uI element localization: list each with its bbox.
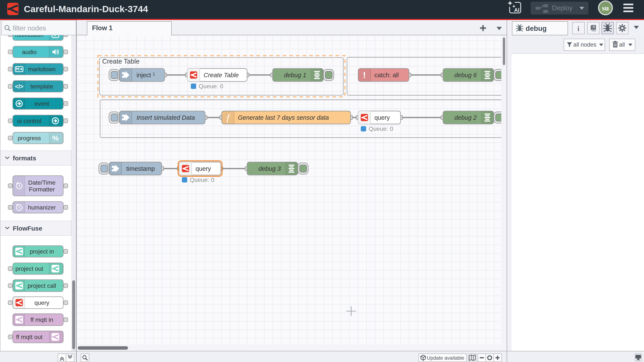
svg-text:debug 3: debug 3 [258, 165, 281, 172]
svg-text:Queue: 0: Queue: 0 [199, 83, 223, 90]
svg-text:Date/Time: Date/Time [28, 179, 55, 186]
svg-text:Queue: 0: Queue: 0 [190, 177, 214, 183]
svg-text:query: query [34, 300, 49, 306]
svg-text:template: template [30, 83, 53, 90]
svg-text:project in: project in [30, 248, 54, 255]
svg-text:filter nodes: filter nodes [13, 24, 46, 32]
svg-text:!: ! [363, 70, 366, 80]
svg-text:project out: project out [15, 265, 43, 272]
svg-text:catch: all: catch: all [374, 72, 399, 78]
svg-text:Generate last 7 days sensor da: Generate last 7 days sensor data [238, 114, 329, 121]
svg-text:AI: AI [514, 7, 520, 13]
svg-text:debug 6: debug 6 [454, 72, 477, 78]
svg-text:Careful-Mandarin-Duck-3744: Careful-Mandarin-Duck-3744 [24, 4, 148, 14]
svg-text:audio: audio [22, 49, 37, 55]
svg-text:ff mqtt out: ff mqtt out [16, 334, 42, 340]
svg-text:debug: debug [526, 24, 547, 32]
svg-text:project call: project call [28, 282, 56, 289]
svg-text:humanizer: humanizer [28, 204, 56, 211]
svg-text:progress: progress [18, 135, 41, 142]
svg-text:debug 2: debug 2 [454, 114, 477, 121]
svg-text:ui control: ui control [17, 118, 42, 124]
svg-text:timestamp: timestamp [126, 165, 155, 172]
svg-text:i: i [577, 25, 579, 32]
svg-text:inject 1: inject 1 [136, 72, 155, 78]
svg-text:</>: </> [15, 83, 23, 90]
svg-text:debug 1: debug 1 [284, 72, 306, 78]
svg-text:Formatter: Formatter [29, 186, 55, 193]
svg-text:event: event [34, 100, 49, 107]
svg-text:Insert simulated Data: Insert simulated Data [136, 114, 195, 121]
svg-text:su: su [602, 4, 609, 12]
svg-text:query: query [196, 165, 211, 172]
svg-text:Create Table: Create Table [102, 58, 140, 65]
svg-text:markdown: markdown [28, 66, 56, 73]
svg-text:formats: formats [13, 155, 36, 162]
svg-text:ff mqtt in: ff mqtt in [30, 317, 53, 323]
svg-text:FlowFuse: FlowFuse [13, 225, 42, 232]
svg-text:Queue: 0: Queue: 0 [369, 126, 393, 132]
svg-text:Create Table: Create Table [204, 72, 239, 78]
svg-text:%: % [52, 134, 58, 142]
svg-text:Deploy: Deploy [552, 4, 573, 12]
svg-text:all: all [619, 41, 625, 48]
svg-text:all nodes: all nodes [573, 41, 596, 48]
svg-text:Update available: Update available [427, 355, 464, 361]
svg-text:query: query [374, 114, 390, 121]
